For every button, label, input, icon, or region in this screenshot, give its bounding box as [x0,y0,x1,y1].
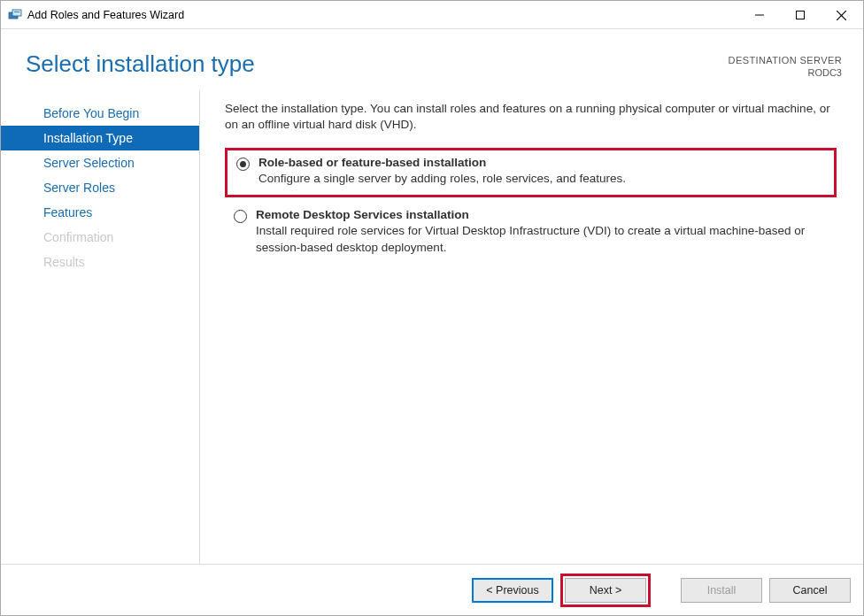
close-button[interactable] [821,1,861,29]
wizard-footer: < Previous Next > Install Cancel [1,564,863,615]
svg-rect-1 [12,10,21,16]
option-role-based[interactable]: Role-based or feature-based installation… [225,148,837,197]
next-button[interactable]: Next > [565,578,646,603]
window-controls [739,1,861,28]
wizard-sidebar: Before You Begin Installation Type Serve… [1,90,200,564]
sidebar-item-installation-type[interactable]: Installation Type [1,126,199,150]
page-heading: Select installation type [26,50,255,78]
previous-button[interactable]: < Previous [472,578,553,603]
destination-server: DESTINATION SERVER RODC3 [729,50,842,80]
sidebar-item-server-selection[interactable]: Server Selection [1,150,199,175]
install-button: Install [681,578,762,603]
heading-row: Select installation type DESTINATION SER… [1,29,863,83]
radio-rds[interactable] [234,210,247,223]
option-label: Role-based or feature-based installation [258,156,626,169]
main-pane: Select the installation type. You can in… [200,90,849,564]
intro-text: Select the installation type. You can in… [225,101,837,135]
option-rds[interactable]: Remote Desktop Services installation Ins… [225,203,837,264]
next-button-highlight: Next > [560,574,651,607]
sidebar-item-features[interactable]: Features [1,200,199,225]
sidebar-item-results: Results [1,250,199,274]
wizard-window: Add Roles and Features Wizard Select ins… [0,0,864,616]
sidebar-item-confirmation: Confirmation [1,225,199,250]
window-title: Add Roles and Features Wizard [27,9,739,21]
sidebar-item-before-you-begin[interactable]: Before You Begin [1,101,199,126]
svg-rect-2 [14,12,19,12]
minimize-button[interactable] [739,1,780,29]
radio-role-based[interactable] [236,158,250,171]
option-desc: Install required role services for Virtu… [256,223,829,257]
svg-rect-4 [797,12,805,19]
destination-label: DESTINATION SERVER [729,54,842,66]
destination-value: RODC3 [729,66,842,79]
option-label: Remote Desktop Services installation [256,208,829,221]
cancel-button[interactable]: Cancel [769,578,851,603]
option-text-rds: Remote Desktop Services installation Ins… [256,208,829,257]
sidebar-item-server-roles[interactable]: Server Roles [1,175,199,200]
titlebar: Add Roles and Features Wizard [1,1,863,29]
server-manager-icon [8,8,22,22]
option-desc: Configure a single server by adding role… [258,171,626,188]
body-area: Before You Begin Installation Type Serve… [1,83,863,564]
maximize-button[interactable] [780,1,821,29]
option-text-role-based: Role-based or feature-based installation… [258,156,626,188]
